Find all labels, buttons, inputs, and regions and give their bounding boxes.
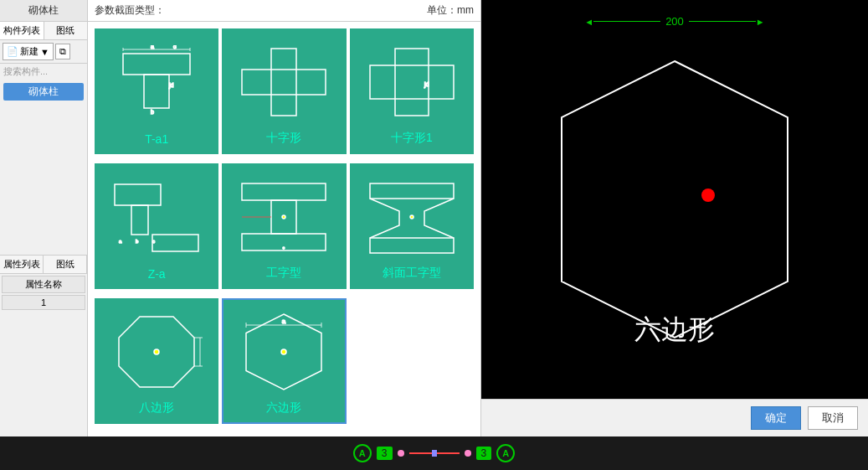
- dropdown-icon: ▼: [40, 47, 49, 57]
- svg-text:a: a: [151, 45, 154, 49]
- shape-panel: 参数截面类型： 单位：mm: [88, 0, 481, 436]
- svg-text:c: c: [173, 45, 177, 49]
- svg-point-28: [410, 215, 413, 219]
- attr-table: 属性名称 1: [0, 274, 87, 312]
- shape-cross1-svg: jd: [358, 37, 465, 127]
- svg-rect-26: [370, 183, 454, 199]
- svg-rect-27: [370, 238, 454, 253]
- shape-octagon-svg: [103, 307, 210, 397]
- shape-slant-i-svg: [358, 172, 465, 262]
- shape-octagon[interactable]: 八边形: [95, 298, 218, 424]
- svg-rect-0: [123, 54, 190, 75]
- node-a-left: A: [353, 444, 372, 462]
- tab-drawing[interactable]: 图纸: [44, 22, 88, 39]
- shape-hexagon-label: 六边形: [266, 400, 301, 416]
- svg-rect-10: [242, 70, 326, 95]
- center-marker: [432, 450, 437, 457]
- preview-svg: [541, 49, 809, 350]
- shape-slant-i[interactable]: 斜面工字型: [350, 163, 474, 289]
- node-a-right: A: [496, 444, 515, 462]
- value-right: 3: [476, 447, 492, 460]
- shape-i-type[interactable]: * 工字型: [222, 163, 346, 289]
- value-left: 3: [377, 447, 393, 460]
- shape-octagon-label: 八边形: [139, 400, 174, 416]
- dot-pink-right: [465, 450, 471, 457]
- svg-rect-14: [115, 184, 161, 205]
- svg-point-35: [281, 349, 286, 354]
- attr-row: 1: [2, 295, 85, 310]
- svg-text:c: c: [152, 239, 155, 244]
- dim-arrow-left: ◄: [584, 17, 593, 27]
- sidebar-title: 砌体柱: [0, 0, 87, 22]
- svg-point-30: [154, 349, 159, 354]
- shape-cross-label: 十字形: [266, 131, 301, 146]
- center-line: [409, 452, 460, 454]
- preview-buttons: 确定 取消: [481, 399, 868, 436]
- svg-text:a: a: [282, 318, 286, 325]
- bottom-content: A 3 3 A: [353, 444, 515, 462]
- svg-marker-40: [562, 61, 788, 338]
- shape-panel-header: 参数截面类型： 单位：mm: [88, 0, 480, 22]
- dim-line-left: [593, 21, 660, 22]
- dim-line-right: [689, 21, 756, 22]
- dot-pink-left: [398, 450, 404, 457]
- shape-hexagon-svg: a: [230, 307, 337, 397]
- svg-text:b: b: [151, 109, 154, 115]
- shape-z-a[interactable]: a b c Z-a: [95, 163, 218, 289]
- svg-text:b: b: [136, 239, 139, 244]
- bottom-bar: A 3 3 A: [0, 436, 868, 470]
- shape-t-a1[interactable]: a c jd b T-a1: [95, 28, 218, 154]
- sidebar-toolbar: 📄 新建 ▼ ⧉: [0, 40, 87, 64]
- copy-icon: ⧉: [59, 46, 66, 57]
- dimension-bar: ◄ 200 ►: [481, 15, 868, 28]
- svg-rect-15: [131, 205, 148, 235]
- shape-cross1-label: 十字形1: [391, 131, 433, 146]
- svg-rect-11: [395, 49, 429, 116]
- unit-label: 单位：mm: [427, 3, 474, 18]
- svg-rect-16: [152, 235, 198, 251]
- svg-rect-12: [370, 65, 454, 99]
- tab-component-list[interactable]: 构件列表: [0, 22, 44, 39]
- shape-z-a-label: Z-a: [148, 267, 166, 281]
- new-icon: 📄: [7, 46, 18, 57]
- shape-cross-svg: [230, 37, 337, 127]
- preview-canvas: ◄ 200 ► 六边形: [481, 0, 868, 399]
- svg-point-25: [282, 215, 285, 219]
- svg-rect-1: [144, 75, 169, 108]
- shape-z-a-svg: a b c: [103, 172, 210, 264]
- shape-slant-i-label: 斜面工字型: [383, 266, 441, 281]
- svg-text:jd: jd: [424, 81, 429, 88]
- dim-arrow-right: ►: [756, 17, 765, 27]
- svg-text:jd: jd: [168, 82, 174, 89]
- shape-cross1[interactable]: jd 十字形1: [350, 28, 474, 154]
- tab-drawing2[interactable]: 图纸: [44, 256, 87, 273]
- copy-button[interactable]: ⧉: [55, 44, 70, 59]
- svg-point-41: [701, 189, 715, 202]
- preview-panel: ◄ 200 ► 六边形 确定 取消: [481, 0, 868, 436]
- shape-cross[interactable]: 十字形: [222, 28, 346, 154]
- attr-tabs: 属性列表 图纸: [0, 256, 87, 274]
- shapes-grid: a c jd b T-a1: [88, 22, 480, 436]
- attr-row-num: 1: [2, 295, 85, 310]
- filter-label: 砌体柱: [3, 83, 84, 101]
- header-label: 参数截面类型：: [95, 3, 165, 18]
- shape-i-type-svg: *: [230, 172, 337, 262]
- shape-t-a1-svg: a c jd b: [103, 37, 210, 129]
- confirm-button[interactable]: 确定: [751, 406, 801, 430]
- attr-col-header: 属性名称: [2, 276, 85, 293]
- svg-text:a: a: [119, 239, 122, 244]
- svg-rect-9: [271, 49, 296, 116]
- dim-value: 200: [665, 15, 684, 28]
- svg-rect-20: [242, 183, 326, 200]
- preview-shape-name: 六边形: [481, 312, 868, 349]
- shape-hexagon[interactable]: a 六边形: [222, 298, 346, 424]
- search-text[interactable]: 搜索构件...: [0, 64, 87, 80]
- new-button[interactable]: 📄 新建 ▼: [3, 43, 54, 60]
- tab-attr-list[interactable]: 属性列表: [0, 256, 44, 273]
- shape-i-type-label: 工字型: [266, 266, 301, 281]
- sidebar-section: 属性列表 图纸 属性名称 1: [0, 255, 87, 312]
- sidebar: 砌体柱 构件列表 图纸 📄 新建 ▼ ⧉ 搜索构件... 砌体柱 属性列表 图纸: [0, 0, 88, 436]
- sidebar-tabs: 构件列表 图纸: [0, 22, 87, 40]
- cancel-button[interactable]: 取消: [808, 406, 858, 430]
- shape-t-a1-label: T-a1: [145, 132, 168, 146]
